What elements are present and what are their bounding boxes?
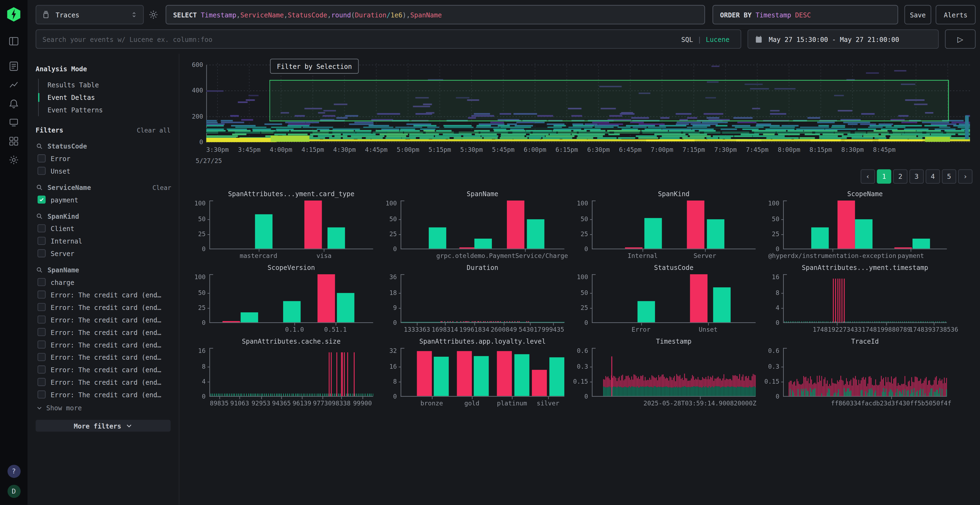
checkbox[interactable] <box>38 315 46 324</box>
chart-x-tick-label: gold <box>465 400 479 407</box>
chart-x-tick <box>705 249 705 252</box>
checkbox[interactable] <box>38 340 46 349</box>
chart-title-spanname: SpanName <box>401 190 565 197</box>
checkbox[interactable] <box>38 224 46 232</box>
run-query-button[interactable]: ▷ <box>945 29 976 49</box>
page-5[interactable]: 5 <box>942 169 956 184</box>
avatar[interactable]: D <box>7 485 20 498</box>
panels-icon[interactable] <box>8 36 19 47</box>
filter-option[interactable]: Error: The credit card (end… <box>38 353 174 361</box>
chart-y-tick <box>781 367 783 367</box>
search-input[interactable] <box>36 29 741 49</box>
checkbox[interactable] <box>38 249 46 257</box>
chart-plot-spanname <box>401 200 565 249</box>
chart-plot-scopeversion <box>209 274 373 323</box>
chart-x-tick-label: 0.1.0 <box>285 326 304 333</box>
filter-option[interactable]: charge <box>38 278 174 286</box>
language-lucene[interactable]: Lucene <box>706 35 730 43</box>
logs-icon[interactable] <box>8 61 19 72</box>
analysis-mode-item-event-deltas[interactable]: Event Deltas <box>39 91 174 104</box>
search-icon[interactable] <box>36 266 43 274</box>
checkbox[interactable] <box>38 278 46 286</box>
checkbox[interactable] <box>38 291 46 299</box>
chart-x-tick-label: payment <box>898 252 924 259</box>
line-chart-icon[interactable] <box>8 79 19 91</box>
filter-option[interactable]: Error: The credit card (end… <box>38 291 174 299</box>
checkbox[interactable] <box>38 167 46 175</box>
language-sql[interactable]: SQL <box>681 35 694 43</box>
page-2[interactable]: 2 <box>893 169 908 184</box>
checkbox[interactable] <box>38 328 46 336</box>
heatmap-x-tick-label: 7:30pm <box>714 146 737 153</box>
chart-x-tick <box>504 323 504 326</box>
filter-option[interactable]: Error: The credit card (end… <box>38 328 174 336</box>
source-select[interactable]: Traces <box>36 5 144 24</box>
alerts-button[interactable]: Alerts <box>935 5 976 24</box>
date-range-picker[interactable]: May 27 15:30:00 - May 27 21:00:00 <box>748 29 939 49</box>
time-selection-box[interactable] <box>270 80 949 121</box>
filter-option[interactable]: Error: The credit card (end… <box>38 391 174 399</box>
chart-x-tick <box>525 249 526 252</box>
chart-y-tick <box>207 367 209 367</box>
checkbox[interactable] <box>38 154 46 162</box>
bell-icon[interactable] <box>8 98 19 109</box>
checkbox[interactable] <box>38 237 46 245</box>
page-1[interactable]: 1 <box>877 169 891 184</box>
filter-option[interactable]: Error: The credit card (end… <box>38 340 174 349</box>
save-button[interactable]: Save <box>904 5 931 24</box>
filter-option[interactable]: Internal <box>38 237 174 245</box>
page-prev[interactable]: ‹ <box>861 169 875 184</box>
filter-option[interactable]: Error <box>38 154 174 162</box>
source-settings-gear-icon[interactable] <box>148 9 159 20</box>
chart-bar <box>337 293 355 322</box>
order-by-input[interactable]: ORDER BY Timestamp DESC <box>713 5 898 24</box>
chart-y-tick-label: 36 <box>377 274 397 281</box>
heatmap-x-tick-label: 5:15pm <box>428 146 451 153</box>
page-next[interactable]: › <box>958 169 973 184</box>
search-icon[interactable] <box>36 213 43 220</box>
filter-option[interactable]: Error: The credit card (end… <box>38 315 174 324</box>
filter-option[interactable]: Client <box>38 224 174 232</box>
filter-option[interactable]: Error: The credit card (end… <box>38 303 174 311</box>
analysis-mode-item-event-patterns[interactable]: Event Patterns <box>39 104 174 116</box>
filter-by-selection-tooltip[interactable]: Filter by Selection <box>270 59 359 74</box>
chart-y-tick-label: 50 <box>377 215 397 222</box>
checkbox[interactable] <box>38 303 46 311</box>
chart-bar <box>687 200 704 249</box>
search-icon[interactable] <box>36 184 43 191</box>
show-more-link[interactable]: Show more <box>36 404 174 412</box>
filter-option[interactable]: Server <box>38 249 174 257</box>
filter-option[interactable]: payment <box>38 195 174 204</box>
checkbox[interactable] <box>38 353 46 361</box>
filter-group-clear-link[interactable]: Clear <box>153 184 171 191</box>
help-button[interactable]: ? <box>7 465 20 478</box>
checkbox[interactable] <box>38 378 46 386</box>
app-logo[interactable] <box>6 7 21 22</box>
grid-icon[interactable] <box>8 135 19 147</box>
chart-x-tick-label: 98338 <box>332 400 351 407</box>
chart-y-tick-label: 8 <box>759 289 780 296</box>
chart-x-tick-label: 1748199880789 <box>862 326 911 333</box>
checkbox-checked[interactable] <box>38 195 46 204</box>
page-3[interactable]: 3 <box>910 169 924 184</box>
clear-all-filters-link[interactable]: Clear all <box>137 127 170 133</box>
sql-select-input[interactable]: SELECT Timestamp,ServiceName,StatusCode,… <box>165 5 705 24</box>
gear-icon[interactable] <box>8 154 19 165</box>
filter-option-label: Error <box>51 154 70 162</box>
analysis-mode-item-results-table[interactable]: Results Table <box>39 79 174 91</box>
checkbox[interactable] <box>38 365 46 373</box>
monitor-icon[interactable] <box>8 117 19 128</box>
chart-x-tick-label: bronze <box>420 400 443 407</box>
chart-y-tick-label: 0 <box>759 319 780 326</box>
more-filters-button[interactable]: More filters <box>36 420 171 432</box>
checkbox[interactable] <box>38 391 46 399</box>
page-4[interactable]: 4 <box>926 169 940 184</box>
search-icon[interactable] <box>36 142 43 150</box>
chart-x-tick-label: 543017 <box>519 326 541 333</box>
language-toggle[interactable]: SQL | Lucene <box>681 29 730 49</box>
chart-plot-statuscode <box>592 274 756 323</box>
filter-option[interactable]: Error: The credit card (end… <box>38 378 174 386</box>
chart-plot-spankind <box>592 200 756 249</box>
filter-option[interactable]: Unset <box>38 167 174 175</box>
filter-option[interactable]: Error: The credit card (end… <box>38 365 174 373</box>
